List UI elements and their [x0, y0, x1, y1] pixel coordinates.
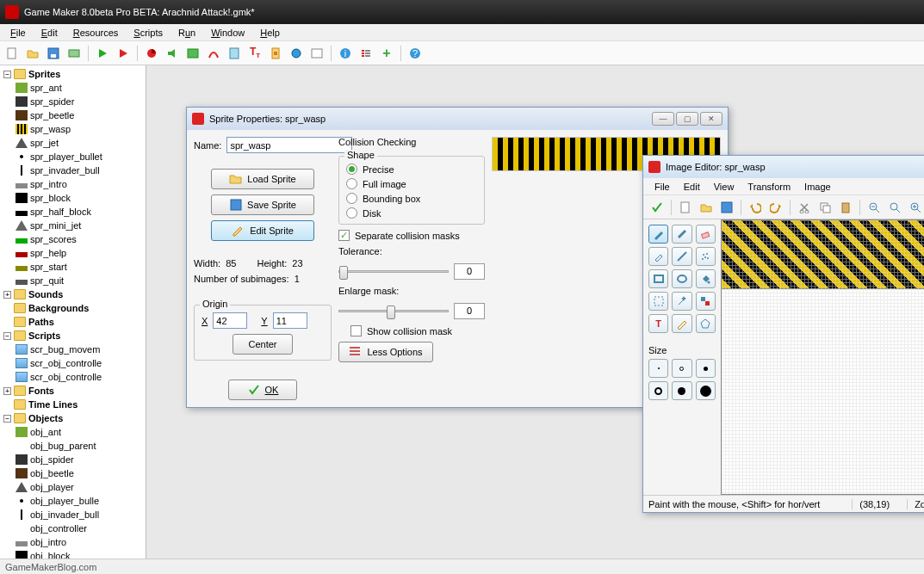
load-sprite-button[interactable]: Load Sprite [211, 169, 314, 189]
tree-sounds[interactable]: +Sounds [2, 287, 146, 301]
wand-tool[interactable] [672, 292, 691, 311]
timeline-icon[interactable] [267, 45, 284, 62]
tree-item[interactable]: obj_beetle [2, 466, 146, 480]
menu-edit[interactable]: Edit [678, 180, 706, 194]
enlarge-slider[interactable] [338, 301, 449, 320]
polygon-tool[interactable] [696, 314, 716, 333]
zoom-actual-icon[interactable] [886, 199, 903, 216]
zoom-in-icon[interactable] [907, 199, 924, 216]
menu-resources[interactable]: Resources [66, 26, 126, 40]
tree-item[interactable]: obj_player_bulle [2, 494, 146, 508]
collapse-icon[interactable]: − [3, 415, 11, 423]
zoom-out-icon[interactable] [865, 199, 883, 216]
tree-item[interactable]: scr_obj_controlle [2, 356, 146, 370]
undo-icon[interactable] [747, 199, 764, 216]
tree-item[interactable]: spr_ant [2, 81, 146, 95]
ellipse-tool[interactable] [672, 269, 691, 288]
font-icon[interactable]: TT [246, 45, 264, 62]
tree-item[interactable]: spr_mini_jet [2, 219, 146, 232]
minimize-button[interactable]: — [652, 112, 674, 126]
cut-icon[interactable] [796, 199, 813, 216]
tree-item[interactable]: spr_start [2, 260, 146, 274]
open-icon[interactable] [698, 199, 715, 216]
select-tool[interactable] [648, 292, 668, 311]
text-tool[interactable]: T [648, 314, 668, 333]
menu-run[interactable]: Run [171, 26, 202, 40]
tree-item[interactable]: spr_quit [2, 274, 146, 287]
menu-edit[interactable]: Edit [34, 26, 65, 40]
size-3-button[interactable] [696, 359, 716, 378]
tree-item[interactable]: spr_help [2, 246, 146, 260]
tree-timelines[interactable]: Time Lines [2, 398, 146, 411]
tree-item[interactable]: scr_bug_movem [2, 343, 146, 356]
fill-tool[interactable] [696, 269, 716, 288]
tree-item[interactable]: spr_player_bullet [2, 150, 146, 164]
background-icon[interactable] [184, 45, 202, 62]
center-button[interactable]: Center [233, 334, 293, 355]
menu-view[interactable]: View [708, 180, 741, 194]
menu-transform[interactable]: Transform [741, 180, 797, 194]
menu-file[interactable]: File [3, 26, 33, 40]
tree-fonts[interactable]: +Fonts [2, 384, 146, 398]
export-icon[interactable] [65, 45, 83, 62]
tree-item[interactable]: obj_invader_bull [2, 508, 146, 522]
room-icon[interactable] [308, 45, 326, 62]
info-icon[interactable]: i [337, 45, 354, 62]
collapse-icon[interactable]: − [3, 71, 11, 78]
tolerance-slider[interactable] [338, 262, 449, 281]
tree-item[interactable]: spr_intro [2, 177, 146, 191]
menu-help[interactable]: Help [253, 26, 287, 40]
ok-icon[interactable] [648, 199, 666, 216]
debug-icon[interactable] [115, 45, 132, 62]
new-icon[interactable] [3, 45, 21, 62]
object-icon[interactable] [288, 45, 305, 62]
help-icon[interactable]: ? [406, 45, 424, 62]
tree-item[interactable]: spr_block [2, 191, 146, 205]
save-sprite-button[interactable]: Save Sprite [211, 194, 314, 215]
size-6-button[interactable] [696, 381, 716, 400]
run-icon[interactable] [94, 45, 111, 62]
close-button[interactable]: ✕ [700, 112, 722, 126]
line-tool[interactable] [672, 247, 691, 266]
shape-tool[interactable] [672, 314, 691, 333]
save-icon[interactable] [718, 199, 735, 216]
radio-boundingbox[interactable] [346, 193, 357, 204]
tree-item[interactable]: scr_obj_controlle [2, 370, 146, 384]
eraser-tool[interactable] [696, 225, 716, 244]
menu-window[interactable]: Window [204, 26, 251, 40]
expand-icon[interactable]: + [3, 291, 11, 299]
extension-icon[interactable]: + [378, 45, 395, 62]
spray-tool[interactable] [696, 247, 716, 266]
sound-icon[interactable] [164, 45, 181, 62]
checkbox-show-mask[interactable] [350, 325, 362, 336]
new-icon[interactable] [677, 199, 694, 216]
pixel-canvas[interactable] [721, 219, 924, 495]
tree-item[interactable]: obj_bug_parent [2, 439, 146, 453]
tree-item[interactable]: spr_half_block [2, 205, 146, 219]
tree-item[interactable]: spr_wasp [2, 122, 146, 136]
paste-icon[interactable] [837, 199, 854, 216]
rect-tool[interactable] [648, 269, 668, 288]
tree-scripts[interactable]: −Scripts [2, 329, 146, 343]
dialog-titlebar[interactable]: Image Editor: spr_wasp — ▢ ✕ [643, 156, 924, 178]
menu-file[interactable]: File [648, 180, 676, 194]
tree-backgrounds[interactable]: Backgrounds [2, 301, 146, 315]
tree-item[interactable]: obj_ant [2, 425, 146, 439]
script-icon[interactable] [226, 45, 243, 62]
radio-disk[interactable] [346, 207, 357, 219]
checkbox-separate-masks[interactable] [338, 230, 350, 241]
menu-scripts[interactable]: Scripts [127, 26, 170, 40]
expand-icon[interactable]: + [3, 387, 11, 395]
tree-item[interactable]: obj_controller [2, 522, 146, 535]
replace-color-tool[interactable] [696, 292, 716, 311]
size-4-button[interactable] [648, 381, 668, 400]
tree-item[interactable]: obj_intro [2, 535, 146, 549]
pencil-tool[interactable] [648, 225, 668, 244]
ok-button[interactable]: OK [228, 380, 297, 400]
tree-item[interactable]: spr_invader_bull [2, 164, 146, 177]
menu-image[interactable]: Image [798, 180, 837, 194]
radio-fullimage[interactable] [346, 178, 357, 189]
enlarge-value[interactable]: 0 [454, 303, 485, 319]
sprite-name-input[interactable] [226, 137, 352, 153]
origin-y-input[interactable] [273, 312, 307, 329]
